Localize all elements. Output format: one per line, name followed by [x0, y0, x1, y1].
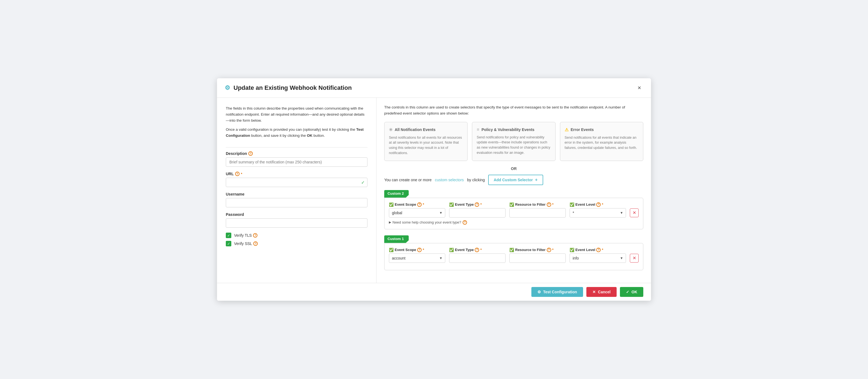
- custom2-level-select-wrap: * info warn error ▼: [569, 208, 626, 217]
- modal-title-text: Update an Existing Webhook Notification: [234, 84, 352, 92]
- custom1-type-help-icon[interactable]: ?: [475, 248, 479, 252]
- add-custom-btn-label: Add Custom Selector: [494, 178, 533, 182]
- policy-events-card[interactable]: ≡ Policy & Vulnerability Events Send not…: [472, 122, 555, 161]
- custom1-level-select-wrap: * info warn error ▼: [569, 253, 626, 263]
- custom2-tag: Custom 2: [384, 190, 409, 198]
- custom1-delete-button[interactable]: ✕: [630, 254, 639, 263]
- desc-p2: Once a valid configuration is provided y…: [226, 127, 367, 138]
- custom2-event-scope-label: ✅ Event Scope ? *: [389, 202, 445, 207]
- url-check-icon: ✓: [361, 180, 365, 185]
- custom2-level-select[interactable]: * info warn error: [569, 208, 626, 217]
- verify-tls-checkbox[interactable]: ✓: [226, 233, 231, 238]
- description-input[interactable]: [226, 158, 367, 167]
- custom2-fields-box: ✅ Event Scope ? * global account ▼: [384, 198, 643, 229]
- custom-selector-row: You can create one or more custom select…: [384, 175, 643, 185]
- desc-p1: The fields in this column describe the p…: [226, 105, 367, 123]
- cancel-icon: ✕: [592, 290, 596, 294]
- custom1-scope-help-icon[interactable]: ?: [417, 248, 422, 252]
- error-events-card[interactable]: ⚠ Error Events Send notifications for al…: [560, 122, 643, 161]
- custom1-filter-check-icon: ✅: [509, 248, 514, 252]
- description-help-icon[interactable]: ?: [248, 151, 253, 156]
- url-help-icon[interactable]: ?: [235, 172, 240, 176]
- ok-label: OK: [631, 290, 637, 294]
- close-button[interactable]: ×: [635, 83, 643, 93]
- verify-ssl-row: ✓ Verify SSL ?: [226, 241, 367, 246]
- desc-p2-suffix: button.: [312, 134, 325, 138]
- selector-cards: ✳ All Notification Events Send notificat…: [384, 122, 643, 161]
- custom1-event-type-input[interactable]: user.checks.*: [449, 253, 505, 263]
- custom1-level-check-icon: ✅: [569, 248, 574, 252]
- right-description: The controls in this column are used to …: [384, 104, 643, 116]
- verify-tls-row: ✓ Verify TLS ?: [226, 233, 367, 238]
- custom2-filter-help-icon[interactable]: ?: [547, 202, 551, 207]
- custom1-block: Custom 1 ✅ Event Scope ? *: [384, 235, 643, 270]
- verify-ssl-label: Verify SSL ?: [234, 241, 258, 246]
- custom2-scope-select-wrap: global account ▼: [389, 208, 445, 217]
- custom-selector-text: You can create one or more: [384, 178, 432, 182]
- error-events-desc: Send notifications for all events that i…: [565, 135, 639, 150]
- custom1-filter-help-icon[interactable]: ?: [547, 248, 551, 252]
- custom2-event-scope-group: ✅ Event Scope ? * global account ▼: [389, 202, 445, 217]
- verify-ssl-help-icon[interactable]: ?: [253, 241, 258, 246]
- all-events-desc: Send notifications for all events for al…: [389, 135, 463, 156]
- custom2-scope-help-icon[interactable]: ?: [417, 202, 422, 207]
- custom1-tag: Custom 1: [384, 235, 409, 243]
- verify-tls-help-icon[interactable]: ?: [253, 233, 257, 238]
- list-icon: ≡: [477, 127, 479, 132]
- custom2-delete-button[interactable]: ✕: [630, 208, 639, 217]
- password-input[interactable]: [226, 218, 367, 228]
- webhook-icon: ⚙: [225, 84, 230, 92]
- custom1-level-help-icon[interactable]: ?: [596, 248, 601, 252]
- custom1-event-scope-group: ✅ Event Scope ? * global account ▼: [389, 248, 445, 263]
- custom1-event-level-label: ✅ Event Level ? *: [569, 248, 626, 252]
- custom1-resource-filter-input[interactable]: *: [509, 253, 566, 263]
- url-group: URL ? * http://test ✓: [226, 172, 367, 187]
- custom2-type-check-icon: ✅: [449, 202, 454, 207]
- desc-p2-mid: button, and save it by clicking the: [250, 134, 307, 138]
- plus-icon: +: [535, 177, 537, 182]
- cancel-label: Cancel: [598, 290, 611, 294]
- left-column: The fields in this column describe the p…: [217, 98, 376, 283]
- test-config-label: Test Configuration: [543, 290, 577, 294]
- modal-body: The fields in this column describe the p…: [217, 98, 651, 283]
- password-group: Password: [226, 212, 367, 228]
- custom1-event-level-group: ✅ Event Level ? * * info warn err: [569, 248, 626, 263]
- custom2-help-arrow-icon: ▶: [389, 220, 391, 224]
- custom2-scope-check-icon: ✅: [389, 202, 394, 207]
- custom2-type-help-icon[interactable]: ?: [475, 202, 479, 207]
- test-configuration-button[interactable]: ⚙ Test Configuration: [531, 287, 583, 297]
- custom2-help-event-icon[interactable]: ?: [463, 220, 467, 225]
- username-input[interactable]: [226, 198, 367, 207]
- divider-1: [226, 147, 367, 147]
- custom1-event-type-group: ✅ Event Type ? * user.checks.*: [449, 248, 505, 263]
- custom2-fields-row: ✅ Event Scope ? * global account ▼: [389, 202, 639, 217]
- custom2-help-row[interactable]: ▶ Need some help choosing your event typ…: [389, 220, 639, 225]
- custom2-scope-select[interactable]: global account: [389, 208, 445, 217]
- custom1-scope-select[interactable]: global account: [389, 253, 445, 263]
- custom2-level-help-icon[interactable]: ?: [596, 202, 601, 207]
- url-input-wrap: http://test ✓: [226, 178, 367, 187]
- policy-events-desc: Send notifications for policy and vulner…: [477, 135, 551, 156]
- custom1-resource-filter-label: ✅ Resource to Filter ? *: [509, 248, 566, 252]
- cancel-button[interactable]: ✕ Cancel: [586, 287, 617, 297]
- custom1-resource-filter-group: ✅ Resource to Filter ? * *: [509, 248, 566, 263]
- verify-ssl-checkbox[interactable]: ✓: [226, 241, 231, 246]
- ok-icon: ✓: [626, 290, 629, 294]
- password-label: Password: [226, 212, 367, 217]
- description-group: Description ?: [226, 151, 367, 167]
- url-label: URL ? *: [226, 172, 367, 176]
- custom2-event-level-label: ✅ Event Level ? *: [569, 202, 626, 207]
- ok-button[interactable]: ✓ OK: [620, 287, 643, 297]
- custom1-scope-check-icon: ✅: [389, 248, 394, 252]
- add-custom-selector-button[interactable]: Add Custom Selector +: [488, 175, 543, 185]
- test-config-icon: ⚙: [537, 290, 541, 294]
- custom1-level-select[interactable]: * info warn error: [569, 253, 626, 263]
- all-events-card[interactable]: ✳ All Notification Events Send notificat…: [384, 122, 468, 161]
- custom2-resource-filter-input[interactable]: *: [509, 208, 566, 217]
- description-label: Description ?: [226, 151, 367, 156]
- custom2-event-type-input[interactable]: system.*: [449, 208, 505, 217]
- custom2-block: Custom 2 ✅ Event Scope ? *: [384, 190, 643, 229]
- custom-selectors-link[interactable]: custom selectors: [435, 178, 464, 182]
- custom2-filter-check-icon: ✅: [509, 202, 514, 207]
- url-input[interactable]: http://test: [226, 178, 367, 187]
